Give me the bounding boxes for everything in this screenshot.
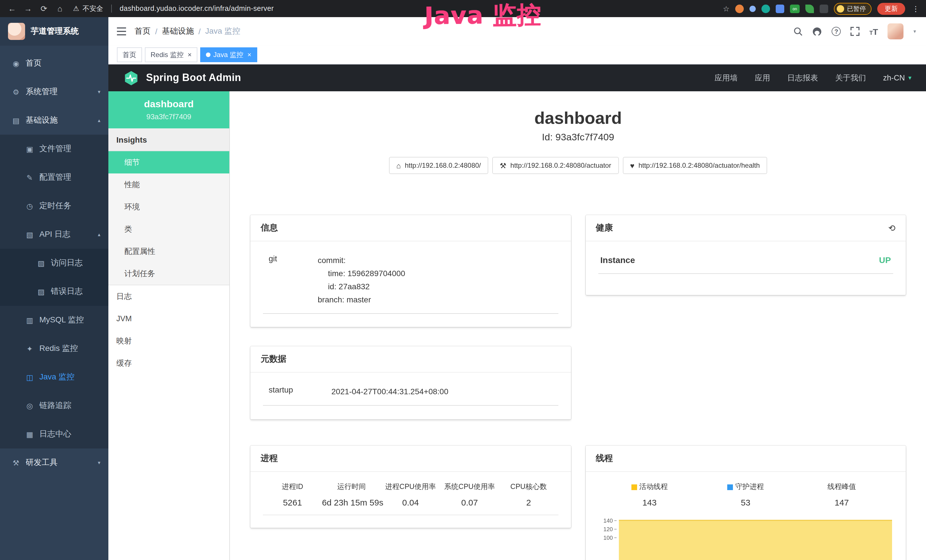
- sidebar-item-access-logs[interactable]: ▨ 访问日志: [0, 249, 108, 277]
- info-line: time: 1596289704000: [318, 267, 558, 280]
- history-icon[interactable]: ⟲: [888, 223, 896, 233]
- address-bar-url[interactable]: dashboard.yudao.iocoder.cn/infra/admin-s…: [120, 5, 274, 12]
- sidebar-item-mysql-monitor[interactable]: ▥ MySQL 监控: [0, 306, 108, 334]
- font-size-icon[interactable]: TT: [869, 27, 878, 36]
- sidebar-item-infrastructure[interactable]: ▤ 基础设施 ▴: [0, 106, 108, 135]
- sba-item-details[interactable]: 细节: [108, 151, 229, 173]
- sidebar-item-label: MySQL 监控: [39, 315, 84, 325]
- bookmark-star-icon[interactable]: ☆: [723, 4, 729, 13]
- sba-item-logs[interactable]: 日志: [108, 285, 229, 307]
- sba-logo-icon: [123, 70, 139, 86]
- sba-sidebar: dashboard 93a3fc7f7409 Insights 细节 性能 环境…: [108, 91, 230, 560]
- chevron-down-icon: ▾: [98, 460, 100, 466]
- close-icon[interactable]: ×: [188, 51, 192, 59]
- paused-badge[interactable]: 已暂停: [834, 3, 872, 15]
- home-icon: ⌂: [396, 161, 401, 170]
- admin-sidebar: 芋道管理系统 ◉ 首页 ⚙ 系统管理 ▾ ▤ 基础设施 ▴ ▣: [0, 17, 108, 560]
- extension-icon-sprout[interactable]: [805, 4, 814, 13]
- health-row-label: Instance: [600, 255, 635, 265]
- sba-nav-wallboard[interactable]: 应用墙: [714, 73, 737, 83]
- user-avatar[interactable]: [888, 23, 904, 39]
- sidebar-item-redis-monitor[interactable]: ✦ Redis 监控: [0, 334, 108, 363]
- hamburger-icon[interactable]: [117, 27, 127, 36]
- sidebar-item-log-center[interactable]: ▦ 日志中心: [0, 420, 108, 448]
- sidebar-item-java-monitor[interactable]: ◫ Java 监控: [0, 363, 108, 391]
- legend-swatch-yellow: [631, 484, 637, 490]
- site-security-chip[interactable]: ⚠ 不安全: [73, 4, 103, 14]
- dashboard-icon: ◉: [11, 59, 21, 68]
- active-threads-area: [619, 520, 892, 560]
- close-icon[interactable]: ×: [247, 51, 251, 59]
- sidebar-item-api-logs[interactable]: ▧ API 日志 ▴: [0, 220, 108, 249]
- breadcrumb-infrastructure[interactable]: 基础设施: [162, 26, 194, 36]
- edit-icon: ✎: [25, 173, 34, 182]
- api-log-icon: ▧: [25, 230, 34, 239]
- forward-icon[interactable]: →: [23, 4, 33, 13]
- sba-locale-select[interactable]: zh-CN ▾: [883, 74, 911, 82]
- sidebar-item-scheduled-tasks[interactable]: ◷ 定时任务: [0, 192, 108, 220]
- browser-update-button[interactable]: 更新: [877, 3, 905, 15]
- back-icon[interactable]: ←: [7, 4, 17, 13]
- avatar-caret-icon[interactable]: ▾: [914, 29, 916, 34]
- card-title: 进程: [261, 453, 278, 464]
- tab-java-monitor[interactable]: Java 监控 ×: [200, 47, 257, 62]
- extension-icon-orange[interactable]: [735, 4, 744, 13]
- extensions-puzzle-icon[interactable]: [820, 4, 828, 13]
- help-icon[interactable]: ?: [832, 27, 841, 36]
- sidebar-item-system[interactable]: ⚙ 系统管理 ▾: [0, 77, 108, 106]
- home-icon[interactable]: ⌂: [55, 4, 65, 13]
- cards-grid: 信息 git commit: time: 1596289704000: [250, 215, 906, 560]
- tab-label: Redis 监控: [151, 50, 184, 60]
- service-url: http://192.168.0.2:48080/: [405, 162, 481, 170]
- paused-label: 已暂停: [847, 4, 866, 13]
- search-icon[interactable]: [793, 27, 802, 36]
- tag-view-bar: 首页 Redis 监控 × Java 监控 ×: [108, 45, 926, 65]
- sba-nav-journal[interactable]: 日志报表: [787, 73, 818, 83]
- sidebar-item-error-logs[interactable]: ▨ 错误日志: [0, 277, 108, 306]
- sidebar-item-home[interactable]: ◉ 首页: [0, 49, 108, 77]
- sidebar-item-label: 日志中心: [39, 429, 71, 439]
- service-url-button[interactable]: ⌂ http://192.168.0.2:48080/: [389, 157, 489, 174]
- sba-item-jvm[interactable]: JVM: [108, 307, 229, 330]
- timer-icon: ◷: [25, 202, 34, 210]
- log-center-icon: ▦: [25, 430, 34, 439]
- sba-nav-about[interactable]: 关于我们: [835, 73, 866, 83]
- sba-item-mappings[interactable]: 映射: [108, 330, 229, 352]
- sidebar-item-file-management[interactable]: ▣ 文件管理: [0, 135, 108, 163]
- sba-item-config-props[interactable]: 配置属性: [108, 240, 229, 262]
- y-axis-tick: 100: [598, 534, 613, 541]
- sba-item-classes[interactable]: 类: [108, 218, 229, 240]
- locale-label: zh-CN: [883, 74, 905, 82]
- tools-icon: ⚒: [11, 459, 21, 467]
- sba-item-caches[interactable]: 缓存: [108, 352, 229, 374]
- sba-item-scheduled-tasks[interactable]: 计划任务: [108, 262, 229, 285]
- breadcrumb-home[interactable]: 首页: [135, 26, 151, 36]
- sba-nav-applications[interactable]: 应用: [755, 73, 770, 83]
- tab-redis-monitor[interactable]: Redis 监控 ×: [145, 47, 197, 62]
- sidebar-item-label: 定时任务: [39, 201, 71, 211]
- health-instance-row: Instance UP: [598, 251, 893, 274]
- actuator-url-button[interactable]: ⚒ http://192.168.0.2:48080/actuator: [492, 157, 619, 174]
- app-title: 芋道管理系统: [31, 26, 79, 36]
- sidebar-item-trace[interactable]: ◎ 链路追踪: [0, 391, 108, 420]
- legend-daemon-threads: 守护进程 53: [698, 482, 794, 507]
- health-url-button[interactable]: ♥ http://192.168.0.2:48080/actuator/heal…: [623, 157, 767, 174]
- extension-icon-teal[interactable]: [761, 4, 770, 13]
- browser-menu-icon[interactable]: ⋮: [912, 4, 920, 13]
- fullscreen-icon[interactable]: [850, 27, 859, 36]
- screen: ← → ⟳ ⌂ ⚠ 不安全 dashboard.yudao.iocoder.cn…: [0, 0, 926, 560]
- github-icon[interactable]: [812, 27, 822, 36]
- extension-icon-drop[interactable]: [749, 5, 756, 12]
- sidebar-item-dev-tools[interactable]: ⚒ 研发工具 ▾: [0, 448, 108, 477]
- sba-item-metrics[interactable]: 性能: [108, 173, 229, 196]
- info-card: 信息 git commit: time: 1596289704000: [250, 215, 570, 327]
- reload-icon[interactable]: ⟳: [39, 4, 49, 13]
- metric-cpu-cores: CPU核心数 2: [499, 482, 558, 507]
- extension-icon-grid[interactable]: [776, 4, 784, 13]
- tab-home[interactable]: 首页: [117, 47, 142, 62]
- extension-icon-on-badge[interactable]: on: [790, 4, 800, 13]
- sidebar-item-config-management[interactable]: ✎ 配置管理: [0, 163, 108, 192]
- sba-item-environment[interactable]: 环境: [108, 196, 229, 218]
- instance-header[interactable]: dashboard 93a3fc7f7409: [108, 91, 229, 129]
- warning-icon: ⚠: [73, 5, 79, 12]
